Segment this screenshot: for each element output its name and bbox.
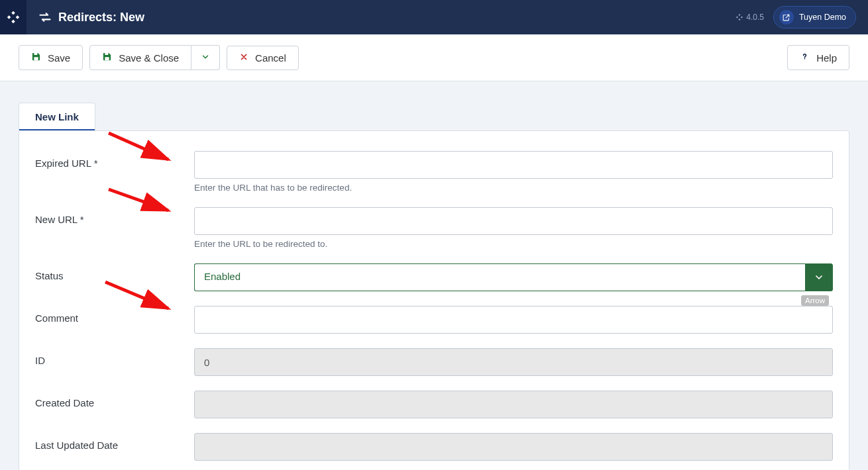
chevron-down-icon [805, 263, 833, 291]
cancel-button[interactable]: Cancel [227, 46, 299, 70]
app-header: Redirects: New 4.0.5 Tuyen Demo [0, 0, 868, 34]
help-new-url: Enter the URL to be redirected to. [194, 239, 833, 249]
save-close-group: Save & Close [89, 45, 220, 70]
label-status: Status [35, 263, 194, 291]
new-url-input[interactable] [194, 207, 833, 235]
row-comment: Comment Arrow [35, 306, 833, 334]
redirect-icon [38, 11, 52, 24]
label-id: ID [35, 348, 194, 376]
label-updated-date: Last Updated Date [35, 433, 194, 461]
form-panel: Expired URL * Enter the URL that has to … [19, 130, 849, 470]
row-updated-date: Last Updated Date [35, 433, 833, 461]
save-close-button[interactable]: Save & Close [89, 45, 191, 70]
tab-new-link[interactable]: New Link [19, 103, 95, 130]
row-created-date: Created Date [35, 391, 833, 418]
action-toolbar: Save Save & Close Cancel Help [0, 34, 868, 81]
row-status: Status Enabled [35, 263, 833, 291]
page-title: Redirects: New [58, 11, 144, 24]
row-new-url: New URL * Enter the URL to be redirected… [35, 207, 833, 249]
tooltip-arrow: Arrow [801, 295, 829, 306]
label-expired-url: Expired URL * [35, 151, 194, 193]
save-icon [31, 52, 41, 64]
comment-input[interactable] [194, 306, 833, 334]
external-link-icon [779, 10, 794, 24]
expired-url-input[interactable] [194, 151, 833, 179]
user-menu[interactable]: Tuyen Demo [773, 6, 856, 28]
label-created-date: Created Date [35, 391, 194, 418]
help-button[interactable]: Help [787, 45, 849, 70]
created-date-input [194, 391, 833, 418]
user-name: Tuyen Demo [799, 13, 846, 22]
status-value: Enabled [194, 263, 805, 291]
label-comment: Comment [35, 306, 194, 334]
row-id: ID [35, 348, 833, 376]
cancel-icon [239, 52, 248, 64]
save-icon [102, 52, 112, 64]
status-select[interactable]: Enabled [194, 263, 833, 291]
updated-date-input [194, 433, 833, 461]
content-area: New Link Expired URL * Enter the URL tha… [0, 103, 868, 470]
joomla-logo[interactable] [0, 0, 27, 34]
chevron-down-icon [201, 52, 210, 64]
label-new-url: New URL * [35, 207, 194, 249]
help-icon [800, 52, 810, 64]
save-button[interactable]: Save [19, 45, 83, 70]
tabs: New Link [19, 103, 849, 130]
version-label[interactable]: 4.0.5 [735, 13, 764, 22]
save-close-dropdown[interactable] [191, 45, 220, 70]
row-expired-url: Expired URL * Enter the URL that has to … [35, 151, 833, 193]
help-expired-url: Enter the URL that has to be redirected. [194, 183, 833, 193]
id-input [194, 348, 833, 376]
